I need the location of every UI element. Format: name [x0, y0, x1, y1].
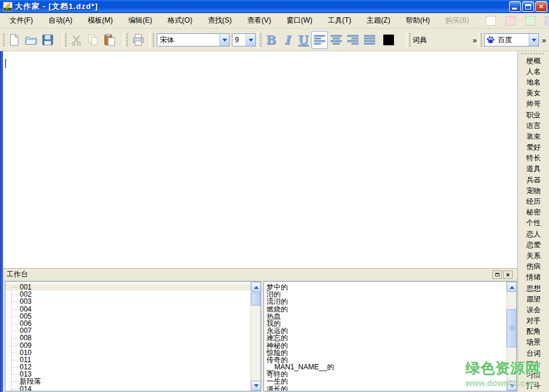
close-button[interactable]: ×	[535, 1, 547, 12]
menu-item[interactable]: 编辑(E)	[122, 13, 158, 28]
sidebar-item[interactable]: 对手	[518, 316, 549, 326]
sidebar-item[interactable]: 人名	[518, 66, 549, 77]
word-item[interactable]: 神秘的	[264, 342, 506, 349]
toolbar-gripper[interactable]	[260, 33, 262, 46]
tree-item[interactable]: 001	[5, 284, 250, 291]
scrollbar-thumb[interactable]	[251, 293, 261, 306]
save-button[interactable]	[39, 31, 56, 49]
color-swatch[interactable]	[486, 16, 496, 26]
font-color-button[interactable]	[383, 35, 394, 45]
align-center-button[interactable]	[328, 31, 345, 49]
sidebar-item[interactable]: 个性	[518, 218, 549, 229]
scroll-down-button[interactable]	[251, 381, 261, 391]
scroll-up-button[interactable]	[507, 282, 517, 292]
tree-item[interactable]: 008	[5, 334, 250, 341]
toolbar-gripper[interactable]	[126, 33, 128, 46]
document-edit-area[interactable]	[3, 51, 517, 268]
sidebar-item[interactable]: 情绪	[518, 272, 549, 283]
tree-item[interactable]: 012	[5, 363, 250, 371]
align-left-button[interactable]	[311, 31, 328, 49]
menu-item[interactable]: 查看(V)	[241, 13, 277, 28]
toolbar-gripper[interactable]	[3, 33, 5, 46]
word-item[interactable]: 难忘的	[264, 334, 506, 341]
word-item[interactable]: 热血	[264, 313, 506, 320]
minimize-button[interactable]	[509, 1, 521, 12]
word-list-scrollbar[interactable]	[506, 282, 516, 391]
toolbar-gripper[interactable]	[153, 33, 154, 46]
toolbar-gripper[interactable]	[65, 33, 67, 46]
italic-button[interactable]: I	[279, 31, 295, 49]
sidebar-item[interactable]: 习惯	[518, 369, 549, 380]
sidebar-item[interactable]: 美女	[518, 88, 549, 99]
menu-item[interactable]: 窗口(W)	[281, 13, 318, 28]
new-document-button[interactable]	[6, 31, 23, 49]
tree-item[interactable]: 011	[5, 356, 250, 363]
color-swatch[interactable]	[505, 16, 516, 26]
maximize-button[interactable]	[522, 1, 534, 12]
print-button[interactable]	[130, 31, 147, 49]
cut-button[interactable]	[68, 31, 85, 49]
tree-item[interactable]: 009	[5, 342, 250, 349]
align-right-button[interactable]	[345, 31, 361, 49]
bold-button[interactable]: B	[263, 31, 279, 49]
toolbar-gripper[interactable]	[409, 33, 411, 46]
font-size-select[interactable]: 9	[232, 33, 256, 46]
workbench-close-button[interactable]: ×	[503, 270, 513, 279]
scroll-up-button[interactable]	[251, 282, 261, 292]
sidebar-item[interactable]: 道具	[518, 164, 549, 175]
copy-button[interactable]	[85, 31, 101, 49]
sidebar-item[interactable]: 思想	[518, 283, 549, 294]
underline-button[interactable]: U	[295, 31, 311, 49]
sidebar-item[interactable]: 语言	[518, 120, 549, 131]
tree-item[interactable]: 013	[5, 371, 250, 378]
menu-item[interactable]: 自动(A)	[42, 13, 78, 28]
sidebar-item[interactable]: 台词	[518, 348, 549, 359]
sidebar-item[interactable]: 地名	[518, 77, 549, 88]
workbench-float-button[interactable]	[492, 270, 502, 279]
toolbar-overflow-chevron[interactable]: »	[473, 36, 477, 45]
sidebar-item[interactable]: 愿望	[518, 294, 549, 304]
toolbar-gripper[interactable]	[480, 33, 482, 46]
align-justify-button[interactable]	[361, 31, 378, 49]
tree-item[interactable]: 007	[5, 327, 250, 334]
tree-item[interactable]: 新段落	[5, 378, 250, 385]
sidebar-item[interactable]: 恋人	[518, 229, 549, 239]
color-swatch[interactable]	[525, 16, 535, 26]
sidebar-item[interactable]: 巧合	[518, 359, 549, 369]
word-item[interactable]: 惊险的	[264, 349, 506, 356]
tree-scrollbar[interactable]	[250, 282, 260, 391]
tree-item[interactable]: 003	[5, 298, 250, 305]
paste-button[interactable]	[101, 31, 118, 49]
search-engine-dropdown-button[interactable]	[529, 34, 538, 46]
menu-item[interactable]: 查找(S)	[202, 13, 238, 28]
toolbar-overflow-chevron[interactable]: »	[542, 36, 546, 45]
menu-item[interactable]: 格式(O)	[162, 13, 198, 28]
sidebar-item[interactable]: 装束	[518, 131, 549, 142]
search-engine-select[interactable]: 百度	[484, 33, 539, 46]
sidebar-item[interactable]: 打斗	[518, 381, 549, 391]
word-item[interactable]: 奇特的	[264, 371, 506, 378]
sidebar-item[interactable]: 伤病	[518, 262, 549, 272]
font-name-select[interactable]: 宋体	[157, 33, 229, 46]
tree-item[interactable]: 006	[5, 320, 250, 327]
font-name-dropdown-button[interactable]	[219, 34, 229, 46]
sidebar-item[interactable]: 梗概	[518, 55, 549, 66]
tree-item[interactable]: 014	[5, 385, 250, 391]
sidebar-item[interactable]: 恋爱	[518, 239, 549, 250]
sidebar-gripper[interactable]	[522, 53, 545, 54]
tree-item[interactable]: 005	[5, 313, 250, 320]
word-item[interactable]: 漫长的	[264, 385, 506, 391]
menu-item[interactable]: 模板(M)	[82, 13, 119, 28]
sidebar-item[interactable]: 秘密	[518, 207, 549, 218]
sidebar-item[interactable]: 关系	[518, 250, 549, 261]
tree-item[interactable]: 002	[5, 291, 250, 298]
menu-item[interactable]: 工具(T)	[322, 13, 357, 28]
word-item[interactable]: 梦中的	[264, 284, 506, 291]
menu-item[interactable]: 文件(F)	[4, 13, 39, 28]
sidebar-item[interactable]: 帅哥	[518, 99, 549, 110]
word-item[interactable]: 永远的	[264, 327, 506, 334]
word-item[interactable]: 流泪的	[264, 298, 506, 305]
tree-item[interactable]: 004	[5, 306, 250, 313]
sidebar-item[interactable]: 兵器	[518, 175, 549, 185]
sidebar-item[interactable]: 爱好	[518, 142, 549, 153]
